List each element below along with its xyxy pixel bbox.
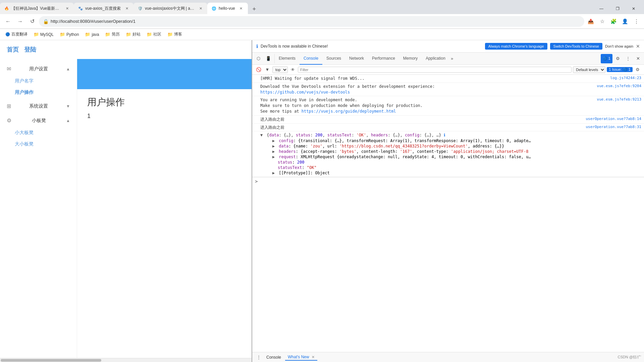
sidebar-section-user-settings-header[interactable]: ✉ 用户设置 ▲ (0, 62, 77, 75)
bookmark-haozhan[interactable]: 📁 好站 (123, 30, 143, 39)
always-match-language-button[interactable]: Always match Chrome's language (485, 43, 547, 50)
tab-3-close[interactable]: ✕ (198, 6, 203, 11)
forward-button[interactable]: → (15, 16, 25, 27)
console-settings-icon[interactable]: ⚙ (634, 66, 641, 73)
app-header: 首页 登陆 (0, 40, 252, 59)
expand-triangle-icon[interactable]: ▼ (260, 132, 264, 138)
devtools-settings-icon[interactable]: ⚙ (613, 54, 623, 63)
bookmark-shequ[interactable]: 📁 社区 (144, 30, 164, 39)
bookmark-haozhan-label: 好站 (132, 32, 141, 37)
console-filter-icon[interactable]: ▼ (264, 66, 271, 73)
log-source-router2[interactable]: userOperation.vue?7ab8:31 (586, 125, 641, 129)
sidebar-item-useroperation[interactable]: 用户操作 (0, 87, 77, 98)
tab-1-label: 【狂神说Java】Vue最新快速上... (11, 6, 61, 11)
bookmark-mysql[interactable]: 📁 MySQL (31, 31, 56, 38)
tab-1[interactable]: 🔥 【狂神说Java】Vue最新快速上... ✕ (0, 3, 74, 14)
tab-4[interactable]: 🌐 hello-vue ✕ (207, 3, 248, 14)
devtools-device-icon[interactable]: 📱 (264, 54, 273, 63)
toolbar-right: 📤 ☆ 🧩 👤 ⋮ (586, 16, 641, 26)
tab-console[interactable]: Console (300, 53, 322, 65)
new-tab-button[interactable]: + (249, 4, 259, 14)
tab-sources[interactable]: Sources (322, 53, 345, 65)
tab-4-favicon: 🌐 (211, 6, 217, 11)
restore-button[interactable]: ❐ (610, 3, 625, 14)
tab-2-close[interactable]: ✕ (124, 6, 129, 11)
bookmark-jianli[interactable]: 📁 简历 (102, 30, 122, 39)
scroll-thumb[interactable] (1, 359, 101, 362)
default-levels-select[interactable]: Default levels (573, 66, 605, 73)
address-field[interactable]: 🔒 http://localhost:8080/#/user/userOpera… (39, 16, 584, 27)
console-log-area: [HMR] Waiting for update signal from WDS… (252, 75, 644, 352)
nav-login[interactable]: 登陆 (24, 46, 36, 54)
data-expand-icon[interactable]: ▶ (272, 144, 276, 148)
devtools-kebab-icon[interactable]: ⋮ (623, 54, 633, 63)
eye-icon[interactable]: 👁 (289, 66, 297, 73)
console-input[interactable] (260, 179, 641, 184)
tab-network[interactable]: Network (345, 53, 368, 65)
request-expand-icon[interactable]: ▶ (272, 155, 276, 159)
top-select[interactable]: top (272, 66, 288, 73)
devtools-more-tabs[interactable]: » (449, 56, 454, 61)
tab-3-label: vue-axios|axios中文网 | axios (145, 6, 195, 11)
dont-show-again-button[interactable]: Don't show again (605, 44, 633, 48)
bookmark-boke-label: 博客 (174, 32, 182, 37)
folder-icon: 📁 (34, 32, 39, 37)
cast-icon[interactable]: 📤 (586, 16, 596, 26)
nav-home[interactable]: 首页 (7, 46, 19, 54)
tab-memory[interactable]: Memory (399, 53, 422, 65)
tab-2-label: vue-axios_百度搜索 (85, 6, 121, 11)
sidebar-item-username[interactable]: 用户名字 (0, 75, 77, 87)
log-source-hmr[interactable]: log.js?4244:23 (610, 76, 641, 80)
main-area: 首页 登陆 ✉ 用户设置 ▲ 用户名字 用户操作 (0, 40, 644, 362)
log-source-router1[interactable]: userOperation.vue?7ab8:14 (586, 117, 641, 121)
devtools-panel: ℹ DevTools is now available in Chinese! … (252, 40, 644, 362)
tab-1-close[interactable]: ✕ (64, 6, 70, 11)
sidebar-section-system-settings-header[interactable]: ⊞ 系统设置 ▼ (0, 100, 77, 113)
tab-performance[interactable]: Performance (368, 53, 399, 65)
page-value: 1 (87, 113, 241, 120)
devtools-close-icon[interactable]: ✕ (633, 54, 643, 63)
back-button[interactable]: ← (3, 16, 13, 27)
bottom-tab-whatsnew[interactable]: What's New ✕ (285, 354, 317, 361)
filter-input[interactable] (298, 67, 572, 73)
notification-close-icon[interactable]: ✕ (636, 44, 640, 49)
switch-devtools-chinese-button[interactable]: Switch DevTools to Chinese (550, 43, 602, 50)
headers-expand-icon[interactable]: ▶ (272, 149, 276, 154)
sidebar-item-big-small-board[interactable]: 大小板凳 (0, 138, 77, 150)
console-clear-icon[interactable]: 🚫 (255, 66, 262, 73)
extension-icon[interactable]: 🧩 (608, 16, 619, 26)
bookmark-icon[interactable]: ☆ (597, 16, 607, 26)
app-nav: 首页 登陆 (7, 46, 245, 54)
sidebar-item-small-big-board[interactable]: 小大板凳 (0, 127, 77, 138)
minimize-button[interactable]: — (594, 3, 609, 14)
log-entry-devtools-ext: Download the Vue Devtools extension for … (252, 83, 644, 97)
devtools-inspect-icon[interactable]: ⬡ (254, 54, 263, 63)
tab-4-close[interactable]: ✕ (238, 6, 244, 11)
bookmark-boke[interactable]: 📁 博客 (165, 30, 185, 39)
bookmark-baidu-fanyi[interactable]: 🔵 百度翻译 (3, 30, 30, 39)
issue-badge[interactable]: 1 Issue: 🔵 1 (607, 67, 633, 72)
folder-icon: 📁 (126, 32, 131, 37)
bookmark-python[interactable]: 📁 Python (57, 31, 82, 38)
prototype-expand-icon[interactable]: ▶ (272, 171, 276, 175)
sidebar-section-board-header[interactable]: ⚙ 小板凳 ▲ (0, 114, 77, 127)
bottom-tab-console[interactable]: Console (264, 354, 284, 360)
log-source-dev-mode[interactable]: vue.esm.js?efeb:9213 (597, 97, 641, 102)
close-button[interactable]: ✕ (626, 3, 641, 14)
bottom-tab-whatsnew-close[interactable]: ✕ (312, 355, 315, 359)
log-source-devtools-ext[interactable]: vue.esm.js?efeb:9204 (597, 84, 641, 88)
app-scrollbar[interactable] (0, 358, 252, 362)
badge-button[interactable]: 🔵 1 (601, 54, 612, 63)
tab-elements[interactable]: Elements (275, 53, 300, 65)
tab-application[interactable]: Application (422, 53, 449, 65)
config-expand-icon[interactable]: ▶ (272, 138, 276, 143)
profile-avatar-icon[interactable]: 👤 (620, 16, 630, 26)
bookmarks-bar: 🔵 百度翻译 📁 MySQL 📁 Python 📁 java 📁 简历 📁 好站… (0, 29, 644, 40)
menu-icon[interactable]: ⋮ (631, 16, 641, 26)
tab-3[interactable]: 🛡️ vue-axios|axios中文网 | axios ✕ (133, 3, 207, 14)
bottom-kebab-icon[interactable]: ⋮ (255, 354, 262, 361)
bookmark-java[interactable]: 📁 java (82, 31, 102, 38)
tab-2[interactable]: 🐾 vue-axios_百度搜索 ✕ (74, 3, 133, 14)
refresh-button[interactable]: ↺ (27, 16, 38, 27)
sidebar-section-board-label: 小板凳 (32, 118, 46, 124)
